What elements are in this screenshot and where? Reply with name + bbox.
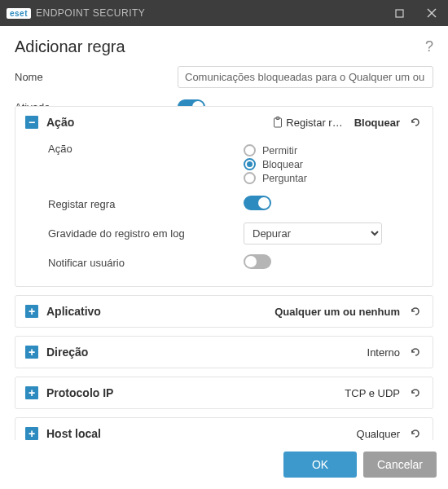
undo-icon bbox=[409, 346, 422, 359]
panel-application-summary: Qualquer um ou nenhum bbox=[275, 306, 400, 318]
panel-application-header[interactable]: + Aplicativo Qualquer um ou nenhum bbox=[15, 296, 433, 327]
window-maximize-button[interactable] bbox=[383, 0, 415, 26]
panel-local-host-summary: Qualquer bbox=[357, 428, 400, 440]
radio-allow-label: Permitir bbox=[262, 145, 297, 156]
help-icon[interactable]: ? bbox=[425, 38, 433, 55]
radio-ask[interactable]: Perguntar bbox=[244, 172, 423, 184]
name-input[interactable] bbox=[178, 66, 433, 88]
window-close-button[interactable] bbox=[415, 0, 448, 26]
panel-action-header[interactable]: − Ação Registar r… Bloquear bbox=[15, 107, 433, 138]
label-name: Nome bbox=[15, 71, 178, 83]
close-icon bbox=[427, 8, 437, 18]
expand-icon[interactable]: + bbox=[25, 427, 38, 440]
brand-badge: eset bbox=[7, 8, 31, 19]
page-title: Adicionar regra bbox=[15, 37, 425, 56]
radio-ask-label: Perguntar bbox=[262, 173, 307, 184]
label-action-field: Ação bbox=[48, 143, 244, 155]
panels-scroll[interactable]: − Ação Registar r… Bloquear Ação Permiti… bbox=[0, 106, 443, 440]
row-name: Nome bbox=[0, 63, 448, 91]
log-rule-toggle[interactable] bbox=[244, 196, 271, 210]
panel-action-body: Ação Permitir Bloquear Perguntar Regista… bbox=[15, 138, 433, 286]
panel-local-host-title: Host local bbox=[46, 427, 101, 440]
radio-allow[interactable]: Permitir bbox=[244, 144, 423, 156]
radio-block-label: Bloquear bbox=[262, 159, 303, 170]
notify-user-toggle[interactable] bbox=[244, 254, 271, 269]
collapse-icon[interactable]: − bbox=[25, 116, 38, 129]
svg-rect-0 bbox=[396, 10, 403, 17]
expand-icon[interactable]: + bbox=[25, 305, 38, 318]
log-severity-select[interactable]: Depurar bbox=[244, 222, 382, 244]
revert-action[interactable] bbox=[408, 115, 423, 130]
panel-ip-protocol-header[interactable]: + Protocolo IP TCP e UDP bbox=[15, 377, 433, 408]
panel-action-title: Ação bbox=[46, 116, 74, 129]
panel-direction-title: Direção bbox=[46, 346, 88, 359]
panel-direction-header[interactable]: + Direção Interno bbox=[15, 337, 433, 368]
brand-product: ENDPOINT SECURITY bbox=[36, 7, 145, 19]
label-notify-user: Notificar usuário bbox=[48, 257, 244, 269]
panel-ip-protocol: + Protocolo IP TCP e UDP bbox=[15, 377, 433, 409]
label-log-severity: Gravidade do registro em log bbox=[48, 227, 244, 240]
panel-local-host: + Host local Qualquer bbox=[15, 417, 433, 440]
expand-icon[interactable]: + bbox=[25, 346, 38, 359]
cancel-button[interactable]: Cancelar bbox=[363, 452, 437, 478]
panel-ip-protocol-title: Protocolo IP bbox=[46, 386, 113, 399]
panel-action: − Ação Registar r… Bloquear Ação Permiti… bbox=[15, 106, 433, 287]
radio-block[interactable]: Bloquear bbox=[244, 158, 423, 170]
revert-ip-protocol[interactable] bbox=[408, 385, 423, 400]
undo-icon bbox=[409, 305, 422, 318]
revert-application[interactable] bbox=[408, 304, 423, 319]
dialog-footer: OK Cancelar bbox=[0, 440, 448, 489]
ok-button[interactable]: OK bbox=[283, 452, 357, 478]
label-log-rule: Registar regra bbox=[48, 198, 244, 210]
panel-local-host-header[interactable]: + Host local Qualquer bbox=[15, 418, 433, 440]
revert-direction[interactable] bbox=[408, 345, 423, 359]
clipboard-icon bbox=[273, 117, 283, 128]
panel-action-summary-log: Registar r… bbox=[273, 117, 342, 129]
panel-application: + Aplicativo Qualquer um ou nenhum bbox=[15, 295, 433, 328]
undo-icon bbox=[409, 386, 422, 399]
expand-icon[interactable]: + bbox=[25, 386, 38, 399]
panel-direction: + Direção Interno bbox=[15, 336, 433, 368]
revert-local-host[interactable] bbox=[408, 426, 423, 440]
panel-direction-summary: Interno bbox=[367, 346, 400, 359]
panel-application-title: Aplicativo bbox=[46, 305, 101, 318]
undo-icon bbox=[409, 116, 422, 129]
dialog-header: Adicionar regra ? bbox=[0, 26, 448, 63]
undo-icon bbox=[409, 427, 422, 440]
panel-action-summary: Registar r… Bloquear bbox=[273, 117, 400, 129]
panel-action-summary-value: Bloquear bbox=[354, 117, 400, 129]
square-icon bbox=[395, 9, 404, 18]
panel-ip-protocol-summary: TCP e UDP bbox=[345, 387, 400, 399]
titlebar: eset ENDPOINT SECURITY bbox=[0, 0, 448, 26]
brand: eset ENDPOINT SECURITY bbox=[7, 7, 145, 19]
